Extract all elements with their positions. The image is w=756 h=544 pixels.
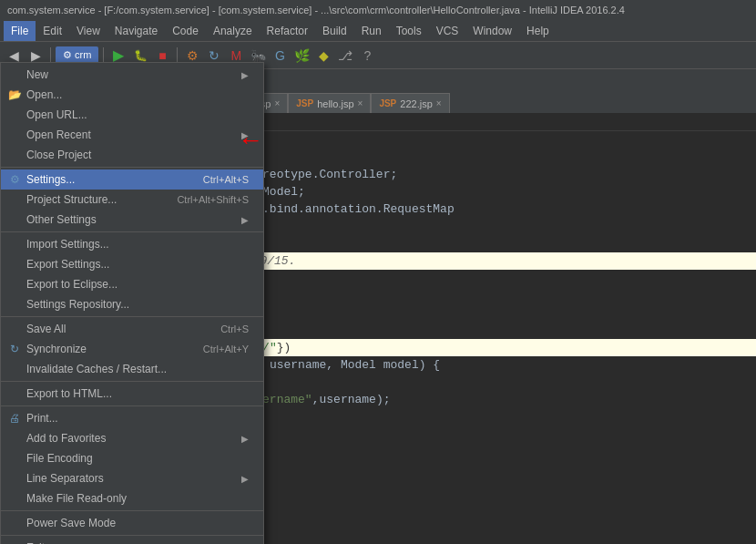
menu-view[interactable]: View [69, 21, 107, 41]
jsp-icon-3: JSP [379, 98, 396, 108]
item-label: Export Settings... [26, 258, 109, 271]
shortcut-settings: Ctrl+Alt+S [203, 174, 249, 185]
item-label: Synchronize [26, 343, 87, 355]
separator-3 [177, 47, 178, 64]
menu-window[interactable]: Window [465, 21, 519, 41]
git-btn[interactable]: ⎇ [335, 46, 355, 66]
item-label: Line Separators [26, 472, 104, 485]
menu-item-other-settings[interactable]: Other Settings ▶ [1, 210, 263, 230]
jsp-icon-2: JSP [296, 98, 313, 108]
print-icon: 🖨 [6, 412, 23, 425]
menu-item-open-recent[interactable]: Open Recent ▶ [1, 125, 263, 145]
menu-item-power-save[interactable]: Power Save Mode [1, 513, 263, 533]
menu-code[interactable]: Code [165, 21, 206, 41]
menu-item-settings-repo[interactable]: Settings Repository... [1, 294, 263, 314]
item-label: Invalidate Caches / Restart... [26, 363, 167, 375]
menu-tools[interactable]: Tools [389, 21, 429, 41]
tab-label: hello.jsp [317, 98, 353, 109]
item-label: Make File Read-only [26, 492, 127, 505]
menu-section-exit: Exit [1, 535, 263, 544]
arrow-icon: ▶ [241, 215, 249, 225]
menu-item-settings[interactable]: ⚙ Settings... Ctrl+Alt+S [1, 169, 263, 190]
title-text: com.system.service - [F:/com.system.serv… [7, 5, 625, 15]
item-label: Export to Eclipse... [26, 278, 117, 291]
item-label: Add to Favorites [26, 432, 106, 445]
gradle-btn[interactable]: G [270, 46, 290, 66]
menu-bar: File Edit View Navigate Code Analyze Ref… [0, 20, 756, 42]
arrow-icon: ▶ [241, 474, 249, 484]
menu-edit[interactable]: Edit [36, 21, 69, 41]
tab-hello-jsp[interactable]: JSP hello.jsp × [288, 93, 371, 113]
shortcut-save: Ctrl+S [220, 323, 249, 334]
item-label: Save All [26, 323, 66, 335]
menu-item-open[interactable]: 📂 Open... [1, 85, 263, 105]
item-label: File Encoding [26, 452, 93, 465]
item-label: Open URL... [26, 108, 87, 121]
menu-item-close-project[interactable]: Close Project [1, 145, 263, 165]
menu-item-new[interactable]: New ▶ [1, 65, 263, 85]
menu-analyze[interactable]: Analyze [206, 21, 260, 41]
menu-item-save-all[interactable]: Save All Ctrl+S [1, 319, 263, 339]
tab-label: 222.jsp [400, 98, 432, 109]
tab-close-btn[interactable]: × [274, 98, 280, 108]
item-label: New [26, 68, 48, 81]
menu-section-save: Save All Ctrl+S ↻ Synchronize Ctrl+Alt+Y… [1, 316, 263, 381]
item-label: Project Structure... [26, 193, 117, 206]
separator-1 [50, 47, 51, 64]
menu-section-settings: ⚙ Settings... Ctrl+Alt+S Project Structu… [1, 167, 263, 231]
menu-item-exit[interactable]: Exit [1, 538, 263, 544]
item-label: Open... [26, 88, 62, 101]
folder-open-icon: 📂 [6, 88, 23, 101]
menu-item-export-settings[interactable]: Export Settings... [1, 254, 263, 274]
menu-item-make-readonly[interactable]: Make File Read-only [1, 488, 263, 508]
item-label: Import Settings... [26, 238, 109, 251]
menu-refactor[interactable]: Refactor [260, 21, 315, 41]
menu-file[interactable]: File [4, 21, 36, 41]
shortcut-sync: Ctrl+Alt+Y [203, 344, 249, 354]
menu-item-export-eclipse[interactable]: Export to Eclipse... [1, 274, 263, 294]
title-bar: com.system.service - [F:/com.system.serv… [0, 0, 756, 20]
spring-btn[interactable]: 🌿 [291, 46, 312, 66]
tab-close-btn[interactable]: × [436, 98, 442, 108]
menu-build[interactable]: Build [315, 21, 354, 41]
file-menu: New ▶ 📂 Open... Open URL... Open Recent … [0, 62, 264, 544]
menu-item-export-html[interactable]: Export to HTML... [1, 384, 263, 404]
item-label: Close Project [26, 149, 91, 161]
arrow-icon: ▶ [241, 434, 249, 444]
menu-item-invalidate-caches[interactable]: Invalidate Caches / Restart... [1, 359, 263, 379]
tab-222-jsp[interactable]: JSP 222.jsp × [371, 93, 449, 113]
menu-vcs[interactable]: VCS [429, 21, 466, 41]
menu-section-power: Power Save Mode [1, 510, 263, 535]
item-label: Settings Repository... [26, 298, 129, 311]
config-btn[interactable]: ◆ [313, 46, 333, 66]
red-arrow: ← [238, 128, 263, 153]
menu-section-export-html: Export to HTML... [1, 381, 263, 405]
item-label: Export to HTML... [26, 387, 112, 400]
item-label: Other Settings [26, 213, 97, 226]
menu-run[interactable]: Run [354, 21, 389, 41]
menu-item-synchronize[interactable]: ↻ Synchronize Ctrl+Alt+Y [1, 339, 263, 359]
tab-close-btn[interactable]: × [358, 98, 363, 108]
menu-item-project-structure[interactable]: Project Structure... Ctrl+Alt+Shift+S [1, 190, 263, 210]
menu-item-file-encoding[interactable]: File Encoding [1, 448, 263, 468]
menu-item-open-url[interactable]: Open URL... [1, 105, 263, 125]
menu-item-line-separators[interactable]: Line Separators ▶ [1, 468, 263, 488]
shortcut-project-structure: Ctrl+Alt+Shift+S [177, 194, 249, 205]
menu-section-import-export: Import Settings... Export Settings... Ex… [1, 231, 263, 316]
menu-section-new: New ▶ 📂 Open... Open URL... Open Recent … [1, 63, 263, 167]
item-label: Settings... [26, 173, 75, 186]
separator-2 [103, 47, 104, 64]
settings-icon: ⚙ [6, 173, 23, 186]
item-label: Open Recent [26, 128, 91, 141]
menu-item-print[interactable]: 🖨 Print... [1, 408, 263, 428]
menu-help[interactable]: Help [519, 21, 557, 41]
menu-section-print: 🖨 Print... Add to Favorites ▶ File Encod… [1, 405, 263, 510]
arrow-icon: ▶ [241, 70, 249, 80]
help-toolbar-btn[interactable]: ? [357, 46, 377, 66]
menu-item-import-settings[interactable]: Import Settings... [1, 234, 263, 254]
item-label: Power Save Mode [26, 517, 116, 529]
sync-icon: ↻ [6, 343, 23, 355]
item-label: Print... [26, 412, 58, 425]
menu-navigate[interactable]: Navigate [107, 21, 165, 41]
menu-item-add-favorites[interactable]: Add to Favorites ▶ [1, 428, 263, 448]
